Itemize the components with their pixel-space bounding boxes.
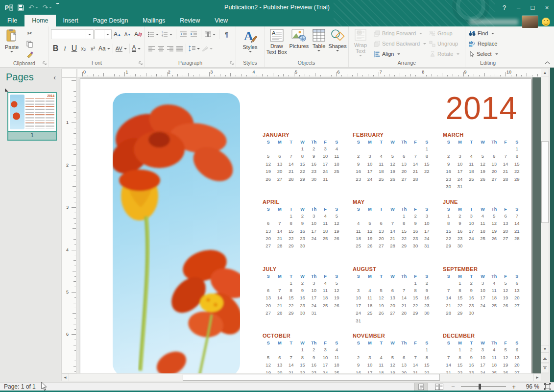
save-button[interactable] xyxy=(18,0,24,15)
replace-button[interactable]: abacReplace xyxy=(469,39,498,49)
font-size-dropdown-icon[interactable] xyxy=(106,34,109,35)
collapse-pages-panel-icon[interactable]: ‹ xyxy=(53,74,56,81)
paragraph-dialog-launcher-icon[interactable] xyxy=(230,61,234,66)
styles-dropdown-icon[interactable] xyxy=(249,51,252,52)
character-spacing-button[interactable]: AV xyxy=(115,43,128,54)
two-page-spread-view-button[interactable] xyxy=(433,383,445,391)
close-button[interactable]: × xyxy=(540,0,554,15)
horizontal-scrollbar-thumb[interactable] xyxy=(183,374,440,381)
font-dialog-launcher-icon[interactable] xyxy=(139,61,143,66)
paste-dropdown-icon[interactable] xyxy=(10,51,13,52)
justify-button[interactable] xyxy=(175,43,184,54)
scroll-left-button[interactable]: ◄ xyxy=(61,373,69,381)
borders-button[interactable] xyxy=(201,43,214,54)
minimize-button[interactable]: – xyxy=(511,0,526,15)
zoom-out-button[interactable]: − xyxy=(450,383,456,391)
vertical-ruler[interactable]: 1234567 xyxy=(61,77,77,373)
single-page-view-button[interactable] xyxy=(415,383,428,391)
borders-dropdown-icon[interactable] xyxy=(210,48,213,49)
scroll-right-button[interactable]: ► xyxy=(533,373,541,381)
bold-button[interactable]: B xyxy=(51,43,60,54)
columns-dropdown-icon[interactable] xyxy=(213,34,216,35)
align-left-button[interactable] xyxy=(147,43,156,54)
zoom-level[interactable]: 96 % xyxy=(522,383,539,390)
styles-button[interactable]: A Styles xyxy=(239,28,262,59)
shrink-font-button[interactable]: A▼ xyxy=(123,29,132,40)
page-thumbnail[interactable]: 2014 1 xyxy=(7,92,57,141)
tab-page-design[interactable]: Page Design xyxy=(86,15,136,26)
line-spacing-dropdown-icon[interactable] xyxy=(197,48,200,49)
align-center-button[interactable] xyxy=(156,43,166,54)
shapes-button[interactable]: Shapes xyxy=(328,28,347,59)
tab-review[interactable]: Review xyxy=(172,15,207,26)
clipboard-dialog-launcher-icon[interactable] xyxy=(43,61,47,66)
customize-quick-access-button[interactable] xyxy=(56,0,59,15)
zoom-slider[interactable] xyxy=(461,386,506,387)
change-case-button[interactable]: Aa xyxy=(97,43,111,54)
superscript-button[interactable]: x² xyxy=(88,43,97,54)
select-dropdown-icon[interactable] xyxy=(495,53,498,55)
ungroup-button[interactable]: Ungroup xyxy=(429,39,459,49)
select-button[interactable]: Select xyxy=(469,49,498,59)
cut-button[interactable]: ✂ xyxy=(24,28,35,38)
tab-view[interactable]: View xyxy=(207,15,235,26)
calendar-year-title[interactable]: 2014 xyxy=(446,93,517,124)
align-right-button[interactable] xyxy=(166,43,175,54)
undo-button[interactable]: ↶ xyxy=(28,0,38,15)
rotate-button[interactable]: Rotate xyxy=(429,49,459,59)
paste-button[interactable]: Paste xyxy=(1,28,22,60)
tab-mailings[interactable]: Mailings xyxy=(135,15,172,26)
help-button[interactable]: ? xyxy=(497,0,511,15)
page-indicator[interactable]: Page: 1 of 1 xyxy=(0,383,36,390)
character-spacing-dropdown-icon[interactable] xyxy=(124,48,127,49)
decrease-indent-button[interactable] xyxy=(179,29,188,40)
pictures-button[interactable]: Pictures xyxy=(289,28,310,59)
undo-dropdown-icon[interactable] xyxy=(35,7,38,8)
format-painter-button[interactable] xyxy=(24,49,35,60)
grow-font-button[interactable]: A▲ xyxy=(113,29,122,40)
font-color-button[interactable]: A xyxy=(131,43,142,54)
next-page-button[interactable]: ▼ xyxy=(541,364,549,372)
group-button[interactable]: Group xyxy=(429,28,459,38)
zoom-in-button[interactable]: + xyxy=(511,383,517,391)
font-name-dropdown-icon[interactable] xyxy=(88,34,91,35)
horizontal-ruler[interactable]: 012345678910 xyxy=(77,69,549,77)
bring-forward-button[interactable]: Bring Forward xyxy=(374,28,426,38)
clear-formatting-button[interactable]: A xyxy=(133,29,143,40)
page-thumbnail-label[interactable]: 1 xyxy=(7,132,57,141)
page-thumbnail-preview[interactable]: 2014 xyxy=(7,92,57,132)
bullets-button[interactable] xyxy=(147,29,160,40)
tab-insert[interactable]: Insert xyxy=(56,15,86,26)
avatar[interactable] xyxy=(522,16,538,28)
collapse-ribbon-icon[interactable] xyxy=(545,61,550,64)
italic-button[interactable]: I xyxy=(60,43,70,54)
font-name-combobox[interactable] xyxy=(51,29,94,39)
subscript-button[interactable]: x₂ xyxy=(79,43,88,54)
scroll-down-button[interactable]: ▼ xyxy=(541,345,549,353)
previous-page-button[interactable]: ▲ xyxy=(541,354,549,363)
special-characters-button[interactable]: ¶ xyxy=(222,29,231,40)
table-dropdown-icon[interactable] xyxy=(317,50,320,51)
redo-button[interactable]: ↷ xyxy=(43,0,52,15)
vertical-scrollbar-thumb[interactable] xyxy=(541,141,549,223)
font-size-combobox[interactable] xyxy=(95,29,112,39)
align-button[interactable]: Align xyxy=(374,49,426,59)
tab-file[interactable]: File xyxy=(0,15,24,26)
change-case-dropdown-icon[interactable] xyxy=(107,48,110,49)
table-button[interactable]: Table xyxy=(311,28,327,59)
tab-home[interactable]: Home xyxy=(24,15,55,26)
shapes-dropdown-icon[interactable] xyxy=(336,50,339,51)
font-color-dropdown-icon[interactable] xyxy=(138,48,141,49)
numbering-dropdown-icon[interactable] xyxy=(169,34,172,35)
increase-indent-button[interactable] xyxy=(189,29,198,40)
fit-page-button[interactable] xyxy=(544,383,551,390)
maximize-button[interactable]: □ xyxy=(526,0,540,15)
pages-expand-triangle-icon[interactable] xyxy=(5,88,8,92)
wrap-text-button[interactable]: Wrap Text xyxy=(350,28,371,59)
find-button[interactable]: Find xyxy=(469,28,498,38)
copy-button[interactable] xyxy=(24,39,35,49)
numbering-button[interactable]: 123 xyxy=(161,29,173,40)
redo-dropdown-icon[interactable] xyxy=(49,7,52,8)
publication-page[interactable]: 2014 xyxy=(80,78,531,374)
zoom-slider-thumb[interactable] xyxy=(479,384,481,390)
